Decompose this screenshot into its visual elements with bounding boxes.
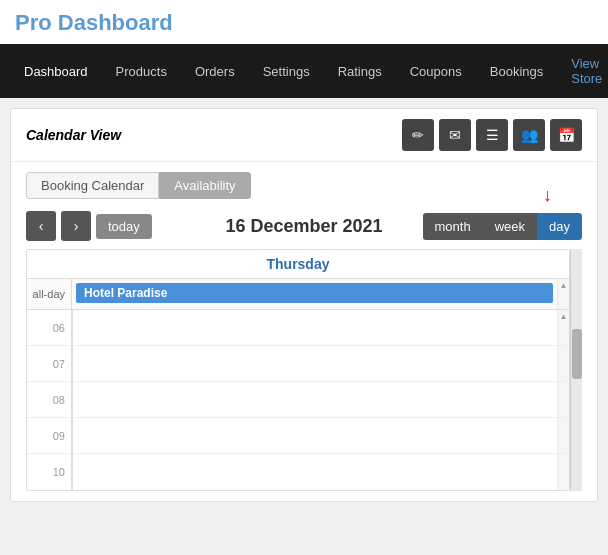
time-content-07 — [72, 346, 557, 381]
nav-item-coupons[interactable]: Coupons — [396, 52, 476, 91]
nav-item-orders[interactable]: Orders — [181, 52, 249, 91]
day-header: Thursday — [27, 250, 569, 279]
page-title: Pro Dashboard — [0, 0, 608, 44]
scroll-up-arrow: ▲ — [560, 282, 568, 290]
scroll-06[interactable]: ▲ — [557, 310, 569, 345]
nav-item-bookings[interactable]: Bookings — [476, 52, 557, 91]
nav-item-ratings[interactable]: Ratings — [324, 52, 396, 91]
all-day-label: all-day — [27, 279, 72, 309]
booking-tabs: Booking Calendar Availability — [26, 172, 582, 199]
scroll-09 — [557, 418, 569, 453]
nav-item-viewstore[interactable]: View Store — [557, 44, 608, 98]
scrollbar-thumb[interactable] — [572, 329, 582, 379]
event-hotel-paradise[interactable]: Hotel Paradise — [76, 283, 553, 303]
envelope-icon-btn[interactable]: ✉ — [439, 119, 471, 151]
view-month-button[interactable]: month — [423, 213, 483, 240]
time-row-08: 08 — [27, 382, 569, 418]
view-buttons-container: ↓ month week day — [423, 213, 582, 240]
time-label-09: 09 — [27, 418, 72, 453]
nav-item-dashboard[interactable]: Dashboard — [10, 52, 102, 91]
all-day-scroll-up[interactable]: ▲ — [557, 279, 569, 309]
scroll-08 — [557, 382, 569, 417]
next-arrow-button[interactable]: › — [61, 211, 91, 241]
nav-item-products[interactable]: Products — [102, 52, 181, 91]
time-row-10: 10 — [27, 454, 569, 490]
calendar-grid: Thursday all-day Hotel Paradise ▲ 06 — [26, 249, 570, 491]
all-day-content: Hotel Paradise — [72, 279, 557, 309]
time-content-10 — [72, 454, 557, 490]
view-day-button[interactable]: day — [537, 213, 582, 240]
calendar-wrapper: Thursday all-day Hotel Paradise ▲ 06 — [26, 249, 582, 491]
time-row-07: 07 — [27, 346, 569, 382]
nav-item-settings[interactable]: Settings — [249, 52, 324, 91]
calendar-view-header: Calendar View ✏ ✉ ☰ 👥 📅 — [11, 109, 597, 162]
calendar-view-title: Calendar View — [26, 127, 121, 143]
time-content-06 — [72, 310, 557, 345]
time-label-08: 08 — [27, 382, 72, 417]
scroll-10 — [557, 454, 569, 490]
pencil-icon-btn[interactable]: ✏ — [402, 119, 434, 151]
calendar-scrollbar[interactable] — [570, 249, 582, 491]
red-arrow-annotation: ↓ — [543, 185, 552, 206]
view-week-button[interactable]: week — [483, 213, 537, 240]
calendar-icon-btn[interactable]: 📅 — [550, 119, 582, 151]
scroll-07 — [557, 346, 569, 381]
time-content-09 — [72, 418, 557, 453]
calendar-nav: ‹ › today — [26, 211, 152, 241]
view-buttons: month week day — [423, 213, 582, 240]
tab-availability[interactable]: Availability — [159, 172, 250, 199]
today-button[interactable]: today — [96, 214, 152, 239]
calendar-main: Thursday all-day Hotel Paradise ▲ 06 — [26, 249, 570, 491]
time-label-06: 06 — [27, 310, 72, 345]
calendar-date-title: 16 December 2021 — [225, 216, 382, 237]
scroll-arrow-06: ▲ — [560, 313, 568, 321]
time-content-08 — [72, 382, 557, 417]
booking-section: Booking Calendar Availability ‹ › today … — [11, 162, 597, 501]
time-row-06: 06 ▲ — [27, 310, 569, 346]
prev-arrow-button[interactable]: ‹ — [26, 211, 56, 241]
main-content-card: Calendar View ✏ ✉ ☰ 👥 📅 Booking Calendar… — [10, 108, 598, 502]
time-label-07: 07 — [27, 346, 72, 381]
list-icon-btn[interactable]: ☰ — [476, 119, 508, 151]
calendar-controls: ‹ › today 16 December 2021 ↓ month week … — [26, 211, 582, 241]
tab-booking-calendar[interactable]: Booking Calendar — [26, 172, 159, 199]
header-icons: ✏ ✉ ☰ 👥 📅 — [402, 119, 582, 151]
nav-bar: Dashboard Products Orders Settings Ratin… — [0, 44, 608, 98]
users-icon-btn[interactable]: 👥 — [513, 119, 545, 151]
time-row-09: 09 — [27, 418, 569, 454]
all-day-row: all-day Hotel Paradise ▲ — [27, 279, 569, 310]
time-label-10: 10 — [27, 454, 72, 490]
